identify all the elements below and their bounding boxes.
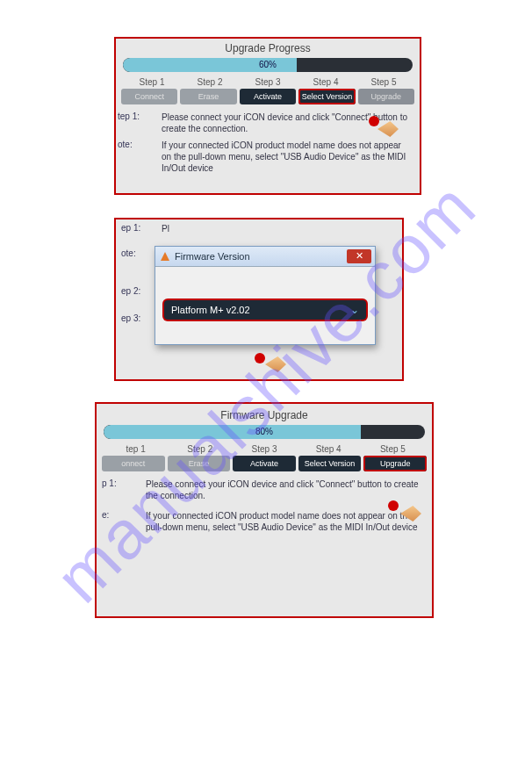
highlight-dot xyxy=(388,500,399,511)
step-label: Step 2 xyxy=(168,444,232,454)
inst-key: p 1: xyxy=(102,478,146,501)
step-headers: tep 1 Step 2 Step 3 Step 4 Step 5 xyxy=(97,444,432,454)
close-button[interactable]: ✕ xyxy=(347,249,371,263)
step-label: Step 5 xyxy=(361,444,425,454)
step-label: Step 4 xyxy=(297,444,361,454)
progress-text: 80% xyxy=(104,425,425,439)
highlight-dot xyxy=(369,116,379,126)
dialog-title: Firmware Version xyxy=(175,251,347,262)
upgrade-button[interactable]: Upgrade xyxy=(363,456,427,471)
activate-button[interactable]: Activate xyxy=(240,89,296,104)
step-label: Step 3 xyxy=(239,77,297,87)
dialog-titlebar: Firmware Version ✕ xyxy=(155,247,375,267)
chevron-down-icon: ⌄ xyxy=(350,304,359,316)
activate-button[interactable]: Activate xyxy=(233,456,296,471)
step-headers: Step 1 Step 2 Step 3 Step 4 Step 5 xyxy=(116,77,420,87)
step-label: Step 4 xyxy=(297,77,355,87)
cursor-icon xyxy=(265,356,286,372)
progress-bar: 80% xyxy=(104,425,425,439)
inst-key: ep 1: xyxy=(121,223,162,234)
screenshot-step4: Upgrade Progress 60% Step 1 Step 2 Step … xyxy=(114,37,421,195)
progress-bar: 60% xyxy=(123,58,413,72)
select-version-button[interactable]: Select Version xyxy=(298,456,362,471)
window-title: Upgrade Progress xyxy=(116,39,420,56)
step-buttons: onnect Erase Activate Select Version Upg… xyxy=(97,456,432,471)
inst-key: e: xyxy=(102,510,146,533)
upgrade-button[interactable]: Upgrade xyxy=(358,89,414,104)
screenshot-dialog: ep 1:Pl ote:I ep 2:C e mode". ep 3: Firm… xyxy=(114,218,404,381)
screenshot-step5: Firmware Upgrade 80% tep 1 Step 2 Step 3… xyxy=(95,402,434,618)
inst-text: If your connected iCON product model nam… xyxy=(146,510,423,533)
progress-text: 60% xyxy=(123,58,413,72)
selected-version: Platform M+ v2.02 xyxy=(171,305,350,315)
erase-button[interactable]: Erase xyxy=(168,456,231,471)
step-label: tep 1 xyxy=(104,444,168,454)
select-version-button[interactable]: Select Version xyxy=(298,89,355,104)
step-label: Step 2 xyxy=(181,77,239,87)
highlight-dot xyxy=(255,353,265,363)
connect-button[interactable]: onnect xyxy=(102,456,165,471)
step-buttons: Connect Erase Activate Select Version Up… xyxy=(116,89,420,104)
app-icon xyxy=(159,250,171,263)
inst-key: ote: xyxy=(118,140,162,174)
connect-button[interactable]: Connect xyxy=(121,89,177,104)
firmware-version-dialog: Firmware Version ✕ Platform M+ v2.02 ⌄ xyxy=(155,246,376,345)
step-label: Step 1 xyxy=(123,77,181,87)
erase-button[interactable]: Erase xyxy=(180,89,236,104)
step-label: Step 3 xyxy=(232,444,296,454)
instructions: p 1:Please connect your iCON device and … xyxy=(97,477,432,540)
inst-text: Please connect your iCON device and clic… xyxy=(146,478,423,501)
step-label: Step 5 xyxy=(355,77,413,87)
window-title: Firmware Upgrade xyxy=(97,404,432,423)
inst-text: If your connected iCON product model nam… xyxy=(162,140,411,174)
version-dropdown[interactable]: Platform M+ v2.02 ⌄ xyxy=(164,300,366,320)
inst-text: Pl xyxy=(162,223,397,234)
inst-key: tep 1: xyxy=(118,111,162,134)
